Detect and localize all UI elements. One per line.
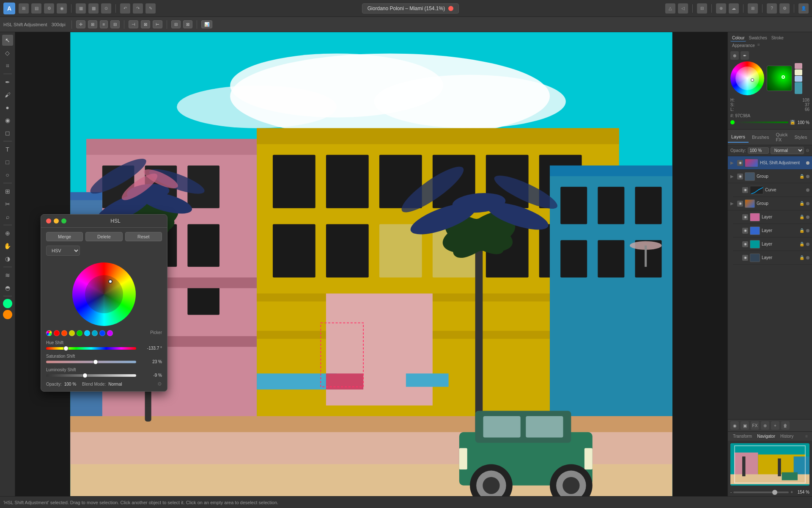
swatch-teal[interactable] — [92, 330, 98, 336]
tab-colour[interactable]: Colour — [730, 35, 746, 41]
pen-tool[interactable]: ✒ — [2, 77, 13, 88]
layer-group-1[interactable]: ▶ ◉ Group 🔒 — [728, 170, 812, 183]
swatch-3[interactable] — [795, 76, 802, 82]
layer1-lock-icon[interactable]: 🔒 — [799, 215, 804, 219]
tab-brushes[interactable]: Brushes — [749, 132, 772, 142]
saturation-slider-thumb[interactable] — [93, 359, 98, 364]
hsl-expand-icon[interactable]: ▶ — [730, 160, 735, 165]
swatch-magenta[interactable] — [107, 330, 113, 336]
layer2-visibility-icon[interactable]: ◉ — [742, 228, 748, 234]
brush-tool[interactable]: 🖌 — [2, 89, 13, 100]
group2-visibility-icon[interactable]: ◉ — [737, 201, 743, 207]
hsl-color-wheel[interactable] — [72, 262, 136, 326]
swatch-1[interactable] — [795, 63, 802, 69]
menu-adjust-icon[interactable]: ◉ — [57, 3, 67, 14]
luminosity-slider-thumb[interactable] — [82, 373, 88, 378]
opacity-lock-icon[interactable]: 🔒 — [790, 120, 795, 125]
layers-opacity-input[interactable]: 100 % — [748, 147, 769, 154]
navigator-preview[interactable] — [730, 443, 809, 486]
tab-stroke[interactable]: Stroke — [770, 35, 785, 41]
layout-icon[interactable]: ⊟ — [697, 3, 707, 14]
swatch-yellow[interactable] — [69, 330, 75, 336]
tab-styles[interactable]: Styles — [791, 132, 811, 142]
tab-layers[interactable]: Layers — [728, 132, 749, 143]
nav-zoom-minus[interactable]: - — [730, 490, 732, 494]
layer-add-icon[interactable]: + — [771, 421, 779, 430]
color-mode-select[interactable]: HSV — [46, 246, 80, 256]
menu-grid3-icon[interactable]: ▩ — [88, 3, 99, 14]
group2-lock-icon[interactable]: 🔒 — [799, 201, 804, 206]
swatch-red[interactable] — [54, 330, 60, 336]
layer-hsl-shift[interactable]: ▶ ◉ HSL Shift Adjustment — [728, 156, 812, 170]
nav-zoom-slider[interactable] — [733, 491, 789, 493]
layer-merge-icon[interactable]: ⊕ — [761, 421, 769, 430]
tab-navigator[interactable]: Navigator — [754, 432, 778, 441]
toolbar-distribute-btn[interactable]: ⊟ — [110, 20, 120, 28]
dialog-close-btn[interactable] — [46, 218, 51, 224]
group1-expand-icon[interactable]: ▶ — [730, 174, 735, 179]
smudge-tool[interactable]: ≋ — [2, 270, 13, 281]
swatch-blue[interactable] — [99, 330, 105, 336]
shape-tool[interactable]: □ — [2, 157, 13, 168]
group1-lock-icon[interactable]: 🔒 — [799, 174, 804, 179]
layer-thumb-icon[interactable]: ▣ — [741, 421, 749, 430]
layer-eye-icon[interactable]: ◉ — [730, 421, 739, 430]
tab-history[interactable]: History — [778, 432, 796, 441]
tab-quick-fx[interactable]: Quick FX — [772, 130, 791, 145]
color-wheel-main[interactable] — [730, 61, 764, 95]
toolbar-align-left-btn[interactable]: ⊣ — [129, 20, 138, 28]
document-close-btn[interactable] — [448, 6, 453, 11]
saturation-slider-track[interactable] — [46, 361, 136, 363]
toolbar-crosshair-btn[interactable]: ✛ — [76, 20, 85, 28]
layer-group-2[interactable]: ▶ ◉ Group 🔒 — [728, 197, 812, 210]
layer-1[interactable]: ▶ ◉ Layer 🔒 — [733, 210, 812, 224]
menu-settings-icon[interactable]: ⚙ — [44, 3, 54, 14]
dialog-max-btn[interactable] — [61, 218, 66, 224]
cloud-icon[interactable]: ☁ — [729, 3, 739, 14]
color-panel-expand[interactable]: ≡ — [757, 42, 760, 49]
toolbar-align-center-btn[interactable]: ⊠ — [141, 20, 150, 28]
layer1-visibility-icon[interactable]: ◉ — [742, 214, 748, 220]
crop-tool[interactable]: ⌗ — [2, 60, 13, 71]
text-tool[interactable]: T — [2, 144, 13, 155]
swatch-4[interactable] — [795, 82, 802, 94]
color-square[interactable] — [767, 66, 792, 91]
tab-transform[interactable]: Transform — [730, 432, 754, 441]
mirror-icon[interactable]: ◁ — [678, 3, 688, 14]
curve-visibility-icon[interactable]: ◉ — [742, 187, 748, 193]
layer4-lock-icon[interactable]: 🔒 — [799, 255, 804, 260]
color-secondary[interactable] — [3, 310, 12, 319]
toolbar-align-right-btn[interactable]: ⊢ — [153, 20, 162, 28]
tab-appearance[interactable]: Appearance — [730, 42, 757, 49]
tab-swatches[interactable]: Swatches — [747, 35, 768, 41]
gradient-tool[interactable]: ◑ — [2, 253, 13, 264]
layer-delete-icon[interactable]: 🗑 — [781, 421, 790, 430]
merge-button[interactable]: Merge — [46, 232, 83, 241]
hsl-visibility-icon[interactable]: ◉ — [737, 160, 743, 166]
swatch-green[interactable] — [77, 330, 82, 336]
erase-tool[interactable]: ◻ — [2, 127, 13, 138]
toolbar-dist-btn2[interactable]: ⊠ — [183, 20, 192, 28]
canvas-area[interactable]: HSL Merge Delete Reset HSV — [15, 32, 727, 496]
eyedropper-tool[interactable]: ⊕ — [2, 228, 13, 239]
swatch-cyan[interactable] — [84, 330, 90, 336]
paint-tool[interactable]: ● — [2, 102, 13, 113]
color-primary[interactable] — [3, 299, 12, 308]
knife-tool[interactable]: ✂ — [2, 199, 13, 210]
swatch-2[interactable] — [795, 69, 802, 75]
menu-edit-icon[interactable]: ✎ — [145, 3, 156, 14]
hand-tool[interactable]: ✋ — [2, 240, 13, 251]
hue-slider-track[interactable] — [46, 347, 136, 350]
account-icon[interactable]: 👤 — [798, 3, 809, 14]
settings2-icon[interactable]: ⚙ — [779, 3, 790, 14]
shape2-tool[interactable]: ○ — [2, 169, 13, 180]
swatch-orange-red[interactable] — [61, 330, 67, 336]
zoom-tool[interactable]: ⌕ — [2, 211, 13, 222]
toolbar-chart-btn[interactable]: 📊 — [201, 20, 212, 28]
brush-stroke-icon[interactable]: ✒ — [741, 51, 749, 60]
layer3-lock-icon[interactable]: 🔒 — [799, 242, 804, 246]
transform-tool[interactable]: ⊞ — [2, 186, 13, 197]
layer-3[interactable]: ▶ ◉ Layer 🔒 — [733, 237, 812, 251]
publish-icon[interactable]: ⊕ — [716, 3, 726, 14]
blend-mode-select[interactable]: Normal — [771, 147, 804, 154]
